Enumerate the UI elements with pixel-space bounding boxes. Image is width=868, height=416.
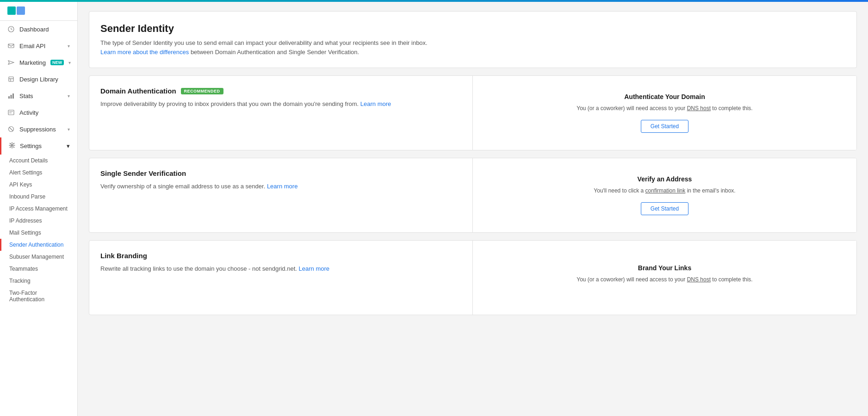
link-branding-section: Link Branding Rewrite all tracking links… — [89, 240, 857, 315]
sidebar-item-settings[interactable]: Settings ▾ — [0, 137, 77, 155]
marketing-icon — [7, 59, 15, 66]
submenu-item-account-details[interactable]: Account Details — [0, 155, 77, 167]
link-branding-card-title: Brand Your Links — [638, 264, 691, 272]
suppressions-icon — [7, 125, 15, 133]
submenu-item-alert-settings[interactable]: Alert Settings — [0, 167, 77, 179]
page-desc-text: The type of Sender Identity you use to s… — [100, 39, 428, 46]
sidebar-item-label: Dashboard — [19, 26, 70, 33]
page-description: The type of Sender Identity you use to s… — [100, 38, 845, 56]
submenu-item-inbound-parse[interactable]: Inbound Parse — [0, 191, 77, 203]
link-branding-card-desc: You (or a coworker) will need access to … — [577, 275, 752, 284]
svg-point-16 — [11, 144, 13, 146]
page-header-card: Sender Identity The type of Sender Ident… — [89, 11, 857, 68]
chevron-icon: ▾ — [68, 127, 70, 132]
svg-rect-10 — [12, 93, 14, 99]
domain-auth-get-started-button[interactable]: Get Started — [641, 120, 688, 133]
submenu-item-tracking[interactable]: Tracking — [0, 275, 77, 287]
activity-icon — [7, 109, 15, 116]
domain-auth-card-desc: You (or a coworker) will need access to … — [577, 104, 752, 112]
svg-rect-1 — [17, 6, 25, 15]
email-api-icon — [7, 42, 15, 50]
sidebar-item-label: Stats — [19, 93, 63, 99]
link-branding-left: Link Branding Rewrite all tracking links… — [89, 241, 473, 315]
submenu-item-ip-addresses[interactable]: IP Addresses — [0, 215, 77, 227]
section-title-row: Link Branding — [100, 252, 461, 260]
main-content: Sender Identity The type of Sender Ident… — [78, 2, 868, 416]
single-sender-section: Single Sender Verification Verify owners… — [89, 158, 857, 233]
sidebar-item-label: Email API — [19, 43, 63, 50]
sidebar-item-label: Marketing — [19, 59, 46, 66]
svg-rect-5 — [9, 77, 13, 81]
logo-area — [0, 2, 77, 21]
domain-authentication-section: Domain Authentication RECOMMENDED Improv… — [89, 75, 857, 150]
single-sender-card-desc: You'll need to click a confirmation link… — [594, 186, 735, 195]
chevron-icon: ▾ — [68, 43, 70, 49]
sidebar-item-email-api[interactable]: Email API ▾ — [0, 37, 77, 54]
dashboard-icon — [7, 25, 15, 33]
svg-rect-11 — [8, 110, 14, 115]
link-branding-title: Link Branding — [100, 252, 147, 260]
sidebar-item-dashboard[interactable]: Dashboard — [0, 21, 77, 37]
single-sender-card-title: Verify an Address — [638, 175, 692, 183]
submenu-item-teammates[interactable]: Teammates — [0, 263, 77, 275]
domain-auth-title: Domain Authentication — [100, 87, 176, 95]
domain-auth-description: Improve deliverability by proving to inb… — [100, 99, 461, 109]
svg-rect-3 — [8, 44, 14, 48]
sidebar-item-design-library[interactable]: Design Library — [0, 71, 77, 87]
page-desc-suffix: between Domain Authentication and Single… — [189, 49, 359, 56]
sidebar: Dashboard Email API ▾ Marketing NEW ▾ — [0, 2, 78, 416]
sidebar-item-label: Suppressions — [19, 126, 63, 133]
submenu-item-ip-access-management[interactable]: IP Access Management — [0, 203, 77, 215]
link-branding-description: Rewrite all tracking links to use the do… — [100, 264, 461, 273]
svg-rect-0 — [7, 6, 16, 15]
single-sender-right: Verify an Address You'll need to click a… — [473, 158, 856, 232]
section-title-row: Domain Authentication RECOMMENDED — [100, 87, 461, 95]
domain-auth-card-title: Authenticate Your Domain — [624, 93, 705, 100]
single-sender-get-started-button[interactable]: Get Started — [641, 202, 688, 215]
submenu-item-sender-authentication[interactable]: Sender Authentication — [0, 239, 77, 251]
sidebar-item-label: Design Library — [19, 76, 70, 83]
page-title: Sender Identity — [100, 23, 845, 35]
sidebar-item-label: Activity — [19, 109, 70, 116]
chevron-icon: ▾ — [67, 143, 70, 149]
submenu-item-mail-settings[interactable]: Mail Settings — [0, 227, 77, 239]
stats-icon — [7, 92, 15, 99]
single-sender-description: Verify ownership of a single email addre… — [100, 182, 461, 191]
sidebar-item-suppressions[interactable]: Suppressions ▾ — [0, 121, 77, 137]
domain-auth-left: Domain Authentication RECOMMENDED Improv… — [89, 76, 473, 150]
svg-rect-8 — [8, 96, 10, 99]
section-title-row: Single Sender Verification — [100, 169, 461, 177]
settings-icon — [9, 142, 15, 150]
sidebar-item-stats[interactable]: Stats ▾ — [0, 87, 77, 104]
submenu-item-subuser-management[interactable]: Subuser Management — [0, 251, 77, 263]
sidebar-item-marketing[interactable]: Marketing NEW ▾ — [0, 54, 77, 71]
link-branding-learn-more[interactable]: Learn more — [299, 265, 329, 272]
learn-more-link[interactable]: Learn more about the differences — [100, 49, 189, 56]
single-sender-learn-more[interactable]: Learn more — [267, 183, 298, 190]
new-badge: NEW — [50, 60, 64, 65]
chevron-icon: ▾ — [68, 60, 71, 65]
domain-auth-learn-more[interactable]: Learn more — [360, 100, 391, 107]
settings-submenu: Account Details Alert Settings API Keys … — [0, 155, 77, 305]
single-sender-title: Single Sender Verification — [100, 169, 186, 177]
single-sender-left: Single Sender Verification Verify owners… — [89, 158, 473, 232]
svg-rect-9 — [11, 95, 12, 99]
recommended-badge: RECOMMENDED — [181, 88, 223, 94]
submenu-item-api-keys[interactable]: API Keys — [0, 179, 77, 191]
sidebar-item-label: Settings — [20, 143, 62, 149]
link-branding-right: Brand Your Links You (or a coworker) wil… — [473, 241, 856, 315]
submenu-item-two-factor-auth[interactable]: Two-Factor Authentication — [0, 287, 77, 305]
svg-marker-4 — [8, 61, 14, 64]
top-bar — [0, 0, 868, 2]
chevron-icon: ▾ — [68, 93, 70, 99]
design-library-icon — [7, 75, 15, 83]
svg-line-15 — [9, 127, 13, 131]
sidebar-item-activity[interactable]: Activity — [0, 104, 77, 121]
domain-auth-right: Authenticate Your Domain You (or a cowor… — [473, 76, 856, 150]
